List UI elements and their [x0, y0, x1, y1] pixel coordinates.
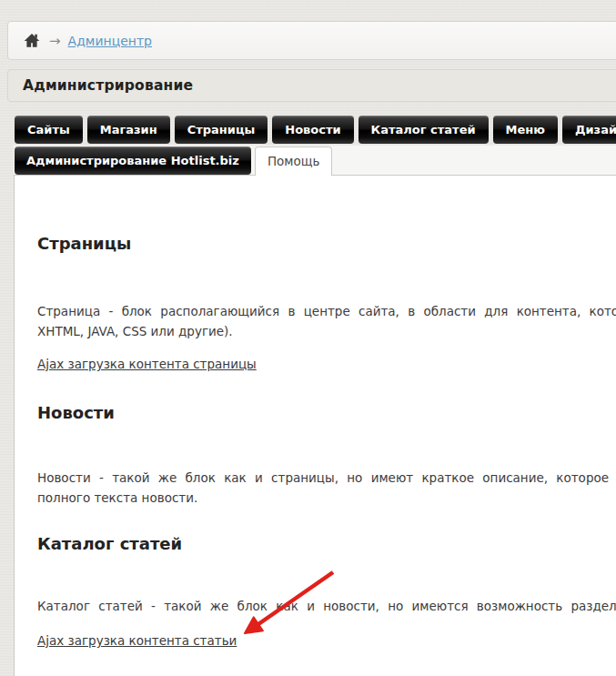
section-heading-pages: Страницы: [37, 234, 616, 253]
admin-page: → Админцентр Администрирование Сайты Маг…: [0, 0, 616, 676]
link-ajax-page-content[interactable]: Ajax загрузка контента страницы: [37, 357, 257, 371]
tab-design[interactable]: Дизайн: [562, 116, 616, 144]
pages-description-line2: XHTML, JAVA, CSS или другие).: [37, 321, 616, 341]
tab-sites[interactable]: Сайты: [15, 116, 83, 144]
news-description-line2: полного текста новости.: [37, 488, 616, 508]
tab-news[interactable]: Новости: [272, 116, 353, 144]
breadcrumb-separator: →: [49, 33, 61, 49]
tab-menu[interactable]: Меню: [493, 116, 558, 144]
catalog-description-line1: Каталог статей - такой же блок как и нов…: [37, 596, 616, 616]
tab-help-active[interactable]: Помощь: [255, 146, 333, 176]
home-icon[interactable]: [23, 32, 41, 49]
content-panel: Страницы Страница - блок располагающийся…: [14, 175, 616, 676]
tab-shop[interactable]: Магазин: [87, 116, 170, 144]
tab-site-administration[interactable]: Администрирование Hotlist.biz: [15, 146, 251, 175]
breadcrumb: → Админцентр: [7, 21, 616, 60]
tab-pages[interactable]: Страницы: [175, 116, 268, 144]
section-heading-article-catalog: Каталог статей: [37, 534, 616, 553]
section-heading-news: Новости: [37, 403, 616, 422]
main-tabs: Сайты Магазин Страницы Новости Каталог с…: [15, 116, 616, 144]
page-title-bar: Администрирование: [7, 69, 616, 102]
pages-description-line1: Страница - блок располагающийся в центре…: [37, 301, 616, 321]
link-ajax-article-content[interactable]: Ajax загрузка контента статьи: [37, 633, 237, 648]
page-title: Администрирование: [23, 77, 193, 94]
breadcrumb-link-admincenter[interactable]: Админцентр: [68, 34, 152, 48]
news-description-line1: Новости - такой же блок как и страницы, …: [37, 468, 616, 488]
tab-article-catalog[interactable]: Каталог статей: [358, 116, 489, 144]
secondary-tabs: Администрирование Hotlist.biz Помощь: [15, 146, 332, 176]
